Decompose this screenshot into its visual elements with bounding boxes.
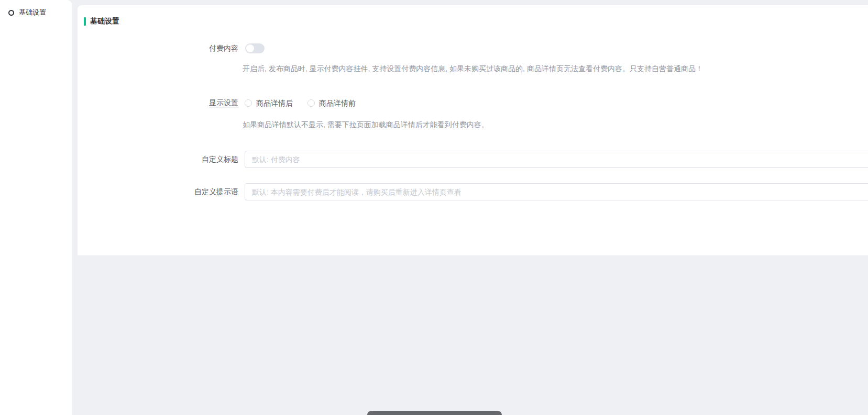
- section-title: 基础设置: [90, 17, 119, 26]
- custom-prompt-label: 自定义提示语: [78, 186, 238, 197]
- sidebar-item-basic-settings[interactable]: 基础设置: [0, 0, 72, 25]
- paid-content-label: 付费内容: [78, 43, 238, 53]
- custom-title-label: 自定义标题: [78, 154, 238, 164]
- paid-content-toggle[interactable]: [245, 43, 265, 53]
- toggle-knob: [246, 44, 254, 52]
- basic-settings-panel: 基础设置 付费内容 开启后, 发布商品时, 显示付费内容挂件, 支持设置付费内容…: [78, 5, 868, 255]
- radio-option-before-detail[interactable]: 商品详情前: [307, 98, 356, 108]
- circle-icon: [8, 10, 14, 16]
- section-header: 基础设置: [84, 17, 119, 26]
- paid-content-help: 开启后, 发布商品时, 显示付费内容挂件, 支持设置付费内容信息, 如果未购买过…: [243, 63, 703, 74]
- custom-title-input[interactable]: [245, 151, 868, 168]
- radio-icon: [245, 99, 252, 107]
- display-setting-help: 如果商品详情默认不显示, 需要下拉页面加载商品详情后才能看到付费内容。: [243, 119, 489, 130]
- radio-option-after-detail[interactable]: 商品详情后: [245, 98, 293, 108]
- custom-prompt-input[interactable]: [245, 183, 868, 200]
- accent-bar: [84, 17, 86, 26]
- sidebar-item-label: 基础设置: [19, 8, 46, 17]
- radio-icon: [307, 99, 315, 107]
- save-bar-edge[interactable]: [367, 411, 502, 415]
- display-setting-radio-group: 商品详情后 商品详情前: [245, 98, 370, 108]
- display-setting-label: 显示设置: [78, 97, 238, 108]
- settings-sidebar: 基础设置: [0, 0, 72, 415]
